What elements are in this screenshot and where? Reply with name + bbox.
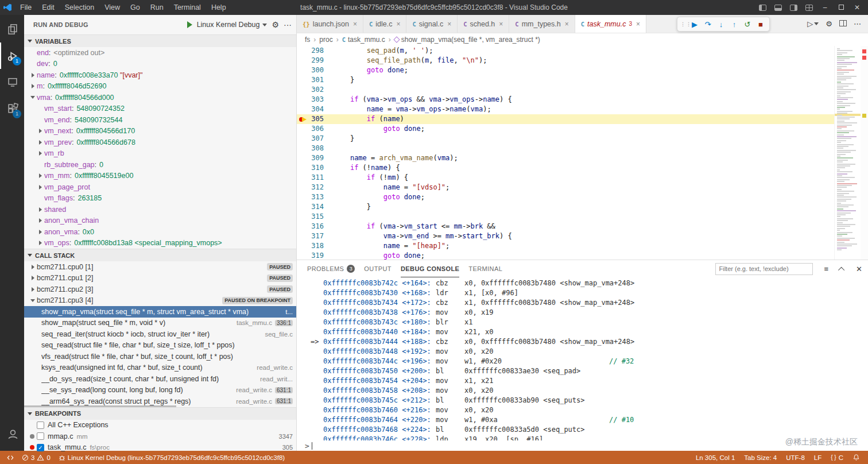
code-line[interactable]: 307 } (297, 134, 834, 144)
breakpoint-checkbox[interactable]: ✓ (37, 444, 44, 451)
activitybar-explorer-icon[interactable] (0, 16, 24, 42)
line-number[interactable]: 317 (297, 231, 334, 241)
line-number[interactable]: 303 (297, 95, 334, 105)
tree-chevron-icon[interactable] (29, 299, 37, 302)
filter-options-icon[interactable]: ≡ (824, 265, 829, 273)
tree-chevron-icon[interactable] (29, 96, 37, 99)
variable-row[interactable]: vm_prev:0xffffff804566d678 (24, 137, 296, 148)
debug-console-input[interactable]: > (297, 440, 868, 451)
configure-icon[interactable]: ⚙ (826, 20, 832, 28)
restart-icon[interactable]: ↺ (742, 20, 753, 29)
step-out-icon[interactable]: ↑ (728, 20, 740, 29)
breadcrumb-item[interactable]: show_map_vma(seq_file *, vm_area_struct … (394, 36, 540, 44)
code-line[interactable]: 304 name = vma->vm_ops->name(vma); (297, 105, 834, 114)
close-tab-icon[interactable]: × (636, 20, 640, 28)
toggle-sidebar-icon[interactable] (759, 5, 766, 11)
tree-chevron-icon[interactable] (36, 140, 44, 145)
panel-tab-problems[interactable]: PROBLEMS3 (307, 260, 355, 277)
line-number[interactable]: 299 (297, 56, 334, 65)
tree-chevron-icon[interactable] (29, 73, 37, 78)
start-debugging-button[interactable] (187, 21, 192, 28)
variable-row[interactable]: name:0xffffffc008e33a70 "[vvar]" (24, 69, 296, 81)
tree-chevron-icon[interactable] (29, 287, 37, 292)
tree-chevron-icon[interactable] (36, 185, 44, 190)
menu-selection[interactable]: Selection (60, 0, 99, 15)
toggle-panel-icon[interactable] (774, 5, 782, 11)
variable-row[interactable]: rb_subtree_gap:0 (24, 159, 296, 171)
breakpoint-row[interactable]: ✓task_mmu.cfs\proc305 (24, 442, 296, 454)
line-number[interactable]: 302 (297, 85, 334, 95)
panel-tab-output[interactable]: OUTPUT (364, 260, 392, 277)
tree-chevron-icon[interactable] (36, 241, 44, 245)
eol-sequence[interactable]: LF (811, 451, 825, 464)
code-line[interactable]: 319 goto done; (297, 251, 834, 260)
maximize-button[interactable] (837, 3, 845, 11)
close-tab-icon[interactable]: × (353, 20, 357, 28)
close-tab-icon[interactable]: × (447, 20, 451, 28)
line-number[interactable]: 307 (297, 134, 334, 144)
code-line[interactable]: 312 name = "[vdso]"; (297, 183, 834, 192)
panel-tab-debug-console[interactable]: DEBUG CONSOLE (401, 260, 459, 277)
tree-chevron-icon[interactable] (29, 84, 37, 88)
split-editor-icon[interactable] (839, 20, 847, 28)
drag-handle-icon[interactable]: ⋮⋮ (680, 22, 687, 26)
line-number[interactable]: 319 (297, 251, 334, 260)
activitybar-run-and-debug-icon[interactable]: 1 (0, 42, 24, 69)
stack-frame[interactable]: vfs_read(struct file * file, char * buf,… (24, 351, 296, 362)
editor-tab-launch-json[interactable]: {}launch.json× (297, 15, 363, 33)
notifications-bell-icon[interactable] (849, 451, 863, 464)
tree-chevron-icon[interactable] (36, 207, 44, 212)
activitybar-remote-explorer-icon[interactable] (0, 69, 24, 95)
variable-row[interactable]: vm_flags:263185 (24, 193, 296, 204)
callstack-section-header[interactable]: CALL STACK (24, 249, 296, 261)
line-number[interactable]: 306 (297, 124, 334, 134)
tree-chevron-icon[interactable] (36, 218, 44, 223)
more-actions-icon[interactable]: ⋯ (854, 20, 861, 28)
code-line[interactable]: 315 (297, 212, 834, 222)
variable-row[interactable]: vm_ops:0xffffffc008bd13a8 <special_mappi… (24, 238, 296, 249)
editor-tab-idle-c[interactable]: Cidle.c× (363, 15, 407, 33)
editor-tab-mm_types-h[interactable]: Cmm_types.h× (509, 15, 575, 33)
tree-chevron-icon[interactable] (36, 173, 44, 178)
code-line[interactable]: 313 goto done; (297, 192, 834, 202)
language-mode[interactable]: { } C (827, 451, 847, 464)
stack-frame[interactable]: seq_read_iter(struct kiocb * iocb, struc… (24, 328, 296, 340)
close-tab-icon[interactable]: × (565, 20, 569, 28)
line-number[interactable]: 304 (297, 105, 334, 114)
call-stack-thread[interactable]: bcm2711.cpu2 [3]PAUSED (24, 284, 296, 295)
code-line[interactable]: 316 if (vma->vm_start <= mm->brk && (297, 222, 834, 231)
breadcrumb-item[interactable]: fs (305, 36, 310, 44)
variable-row[interactable]: vm_end:548090732544 (24, 114, 296, 126)
activitybar-accounts-icon[interactable] (0, 421, 24, 447)
indentation[interactable]: Tab Size: 4 (741, 451, 780, 464)
code-line[interactable]: 309 name = arch_vma_name(vma); (297, 153, 834, 163)
debug-console-output[interactable]: 0xffffffc0083b742c <+164>:cbzx0, 0xfffff… (297, 277, 868, 440)
code-line[interactable]: 306 goto done; (297, 124, 834, 134)
code-line[interactable]: 318 name = "[heap]"; (297, 241, 834, 251)
toggle-secondary-sidebar-icon[interactable] (790, 5, 797, 11)
line-number[interactable]: 315 (297, 212, 334, 222)
editor-tab-sched-h[interactable]: Csched.h× (458, 15, 509, 33)
tree-chevron-icon[interactable] (29, 265, 37, 269)
line-number[interactable]: 301 (297, 75, 334, 85)
code-line[interactable]: 311 if (!mm) { (297, 173, 834, 183)
variable-row[interactable]: vm_page_prot (24, 181, 296, 193)
variable-row[interactable]: vm_start:548090724352 (24, 103, 296, 115)
step-into-icon[interactable]: ↓ (715, 20, 727, 29)
close-panel-icon[interactable]: ✕ (856, 265, 862, 273)
tree-chevron-icon[interactable] (29, 276, 37, 280)
breakpoints-section-header[interactable]: BREAKPOINTS (24, 407, 296, 420)
variable-row[interactable]: vm_next:0xffffff804566d170 (24, 126, 296, 137)
variable-row[interactable]: anon_vma_chain (24, 215, 296, 227)
encoding[interactable]: UTF-8 (782, 451, 808, 464)
line-number[interactable]: 308 (297, 144, 334, 153)
maximize-panel-icon[interactable] (840, 265, 844, 273)
debug-gear-icon[interactable]: ⚙ (272, 20, 279, 29)
code-lines[interactable]: 298 seq_pad(m, ' ');299 seq_file_path(m,… (297, 46, 834, 260)
stack-frame[interactable]: seq_read(struct file * file, char * buf,… (24, 340, 296, 351)
minimap[interactable] (834, 46, 861, 260)
variables-section-header[interactable]: VARIABLES (24, 34, 296, 47)
code-line[interactable]: 298 seq_pad(m, ' '); (297, 46, 834, 56)
line-number[interactable]: 316 (297, 222, 334, 231)
run-file-icon[interactable]: ▷ (807, 20, 819, 28)
